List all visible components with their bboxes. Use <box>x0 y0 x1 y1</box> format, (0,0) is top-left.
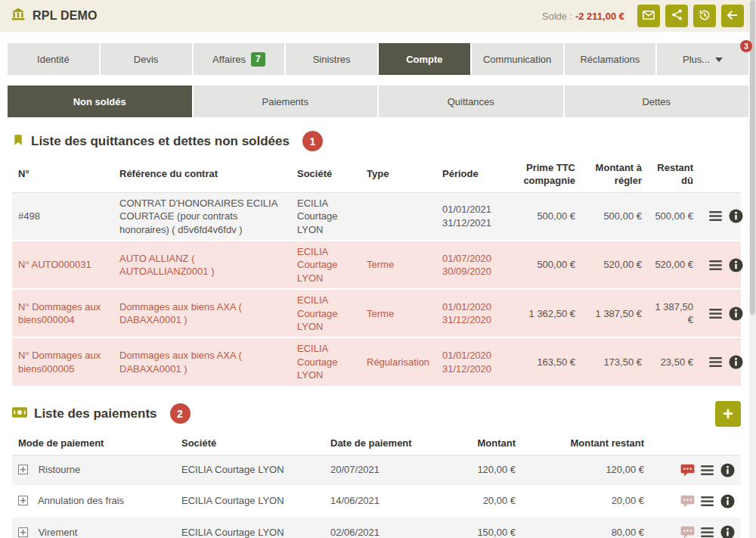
mode-label: Ristourne <box>39 464 81 475</box>
info-icon[interactable] <box>729 209 743 223</box>
contract-reference: Dommages aux biens AXA ( DABAXA0001 ) <box>113 289 291 337</box>
menu-icon[interactable] <box>709 210 722 222</box>
quittance-number[interactable]: N° AUTO000031 <box>12 241 113 289</box>
montant-cell: 150,00 € <box>465 517 522 538</box>
tab-label: Communication <box>483 54 551 65</box>
tab-plus[interactable]: Plus... <box>657 43 748 75</box>
menu-icon[interactable] <box>709 356 722 368</box>
tab-devis[interactable]: Devis <box>101 43 192 75</box>
share-button[interactable] <box>665 5 688 27</box>
col-header-date: Date de paiement <box>324 433 465 455</box>
mode-cell: Annulation des frais <box>12 486 175 517</box>
info-icon[interactable] <box>720 463 735 477</box>
solde-value: -2 211,00 € <box>575 11 624 22</box>
expand-icon[interactable] <box>18 496 28 505</box>
section-title: Liste des quittances et dettes non soldé… <box>31 134 290 149</box>
restant-cell: 500,00 € <box>648 192 699 241</box>
comment-icon[interactable] <box>680 464 695 477</box>
row-actions <box>650 486 741 517</box>
bank-icon <box>11 7 26 25</box>
row-actions <box>699 289 741 337</box>
topbar-actions: Solde : -2 211,00 € <box>542 5 744 27</box>
type-cell: Régularisation <box>361 337 436 386</box>
tab-reclamations[interactable]: Réclamations <box>565 43 656 75</box>
mail-button[interactable] <box>637 5 660 27</box>
row-actions <box>650 455 741 486</box>
periode-cell: 01/07/2020 30/09/2020 <box>436 241 506 289</box>
quittance-number[interactable]: #498 <box>12 192 113 241</box>
subtab-paiements[interactable]: Paiements <box>194 86 378 117</box>
subtab-label: Non soldés <box>73 96 126 107</box>
comment-icon[interactable] <box>680 526 695 538</box>
envelope-icon <box>642 8 655 24</box>
comment-icon[interactable] <box>680 495 695 508</box>
back-button[interactable] <box>721 5 744 27</box>
compte-subtabs: Non soldés Paiements Quittances Dettes <box>8 86 748 117</box>
montant-cell: 20,00 € <box>465 486 522 517</box>
restant-cell: 20,00 € <box>522 486 650 517</box>
row-actions <box>699 192 741 241</box>
prime-cell: 163,50 € <box>506 337 581 386</box>
tab-communication[interactable]: Communication <box>472 43 563 75</box>
prime-cell: 500,00 € <box>506 241 581 289</box>
menu-icon[interactable] <box>701 496 714 507</box>
row-actions <box>699 337 741 386</box>
col-header-prime: Prime TTC compagnie <box>506 157 581 192</box>
notification-badge[interactable]: 3 <box>740 40 752 52</box>
subtab-non-soldes[interactable]: Non soldés <box>8 86 192 117</box>
col-header-num: N° <box>12 157 113 192</box>
tab-label: Plus... <box>683 54 710 65</box>
societe-cell: ECILIA Courtage LYON <box>291 192 361 241</box>
info-icon[interactable] <box>720 525 735 538</box>
type-cell: Terme <box>361 289 436 337</box>
col-header-montant: Montant <box>465 433 522 455</box>
tab-sinistres[interactable]: Sinistres <box>286 43 377 75</box>
back-arrow-icon <box>726 8 739 24</box>
quittance-number[interactable]: N° Dommages aux biens000005 <box>12 337 113 386</box>
societe-cell: ECILIA Courtage LYON <box>291 241 361 289</box>
quittances-table: N° Référence du contrat Société Type Pér… <box>12 157 741 387</box>
tab-affaires[interactable]: Affaires 7 <box>194 43 285 75</box>
periode-cell: 01/01/2020 31/12/2020 <box>436 289 506 337</box>
contract-reference: Dommages aux biens AXA ( DABAXA0001 ) <box>113 337 291 386</box>
subtab-quittances[interactable]: Quittances <box>379 86 563 117</box>
info-icon[interactable] <box>729 355 743 369</box>
info-icon[interactable] <box>729 258 743 272</box>
expand-icon[interactable] <box>18 527 28 537</box>
menu-icon[interactable] <box>701 465 714 476</box>
societe-cell: ECILIA Courtage LYON <box>175 486 324 517</box>
menu-icon[interactable] <box>709 260 722 271</box>
col-header-periode: Période <box>436 157 506 192</box>
subtab-label: Quittances <box>448 96 494 107</box>
history-button[interactable] <box>693 5 716 27</box>
col-header-actions <box>650 433 741 455</box>
tab-label: Compte <box>406 54 442 65</box>
col-header-mode: Mode de paiement <box>12 433 175 455</box>
expand-icon[interactable] <box>18 465 28 474</box>
info-icon[interactable] <box>720 494 735 508</box>
subtab-dettes[interactable]: Dettes <box>565 86 749 117</box>
share-icon <box>671 8 683 23</box>
quittance-number[interactable]: N° Dommages aux biens000004 <box>12 289 113 337</box>
chevron-down-icon <box>715 58 723 62</box>
info-icon[interactable] <box>729 306 743 321</box>
montant-cell: 173,50 € <box>581 337 648 386</box>
prime-cell: 500,00 € <box>506 192 581 241</box>
periode-cell: 01/01/2020 31/12/2020 <box>436 337 506 386</box>
prime-cell: 1 362,50 € <box>506 289 581 337</box>
tab-identite[interactable]: Identité <box>8 43 99 75</box>
mode-cell: Virement <box>12 517 175 538</box>
menu-icon[interactable] <box>709 308 722 319</box>
menu-icon[interactable] <box>701 527 714 538</box>
quittance-row: #498 CONTRAT D'HONORAIRES ECILIA COURTAG… <box>12 192 741 241</box>
col-header-societe: Société <box>175 433 324 455</box>
mode-cell: Ristourne <box>12 455 175 486</box>
quittance-row: N° AUTO000031 AUTO ALLIANZ ( AUTOALLIANZ… <box>12 241 741 289</box>
montant-cell: 120,00 € <box>465 455 522 486</box>
tab-compte[interactable]: Compte <box>379 43 470 75</box>
paiement-row: Virement ECILIA Courtage LYON 02/06/2021… <box>12 517 741 538</box>
add-paiement-button[interactable]: + <box>715 401 741 427</box>
vertical-scrollbar[interactable] <box>749 0 756 538</box>
contract-reference: CONTRAT D'HONORAIRES ECILIA COURTAGE (po… <box>113 192 291 241</box>
type-cell: Terme <box>361 241 436 289</box>
